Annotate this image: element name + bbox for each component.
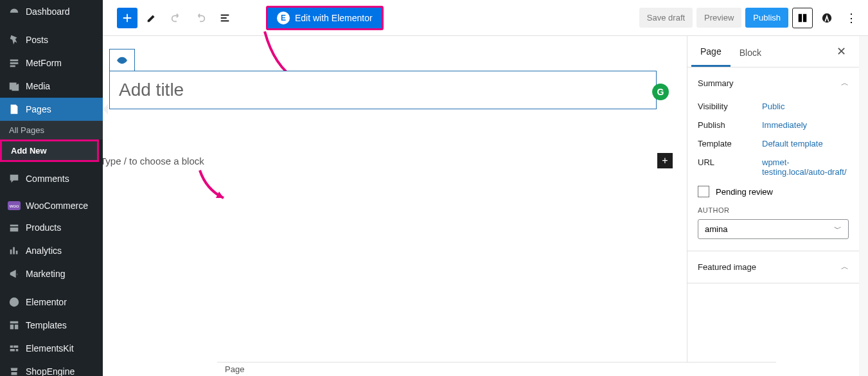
shop-icon [8, 365, 21, 376]
visibility-value[interactable]: Public [762, 102, 849, 111]
preview-button[interactable]: Preview [696, 8, 741, 28]
close-panel-button[interactable]: ✕ [828, 39, 855, 64]
save-draft-button[interactable]: Save draft [639, 8, 693, 28]
sidebar-item-dashboard[interactable]: Dashboard [0, 0, 103, 23]
outline-button[interactable] [215, 8, 235, 28]
publish-label: Publish [698, 120, 762, 130]
settings-tabs: Page Block ✕ [687, 36, 859, 67]
sidebar-item-templates[interactable]: Templates [0, 314, 103, 337]
block-prompt-text: Type / to choose a block [103, 156, 204, 166]
sidebar-item-label: Marketing [26, 269, 65, 279]
author-value: amina [705, 224, 727, 234]
visibility-label: Visibility [698, 102, 762, 111]
gauge-icon [8, 5, 21, 18]
template-value[interactable]: Default template [762, 139, 849, 148]
edit-with-elementor-button[interactable]: E Edit with Elementor [266, 6, 384, 30]
astra-icon[interactable] [817, 8, 837, 28]
settings-panel: Page Block ✕ Summary ︿ VisibilityPublic … [687, 36, 868, 376]
publish-value[interactable]: Immediately [762, 120, 849, 130]
svg-point-2 [121, 59, 123, 62]
breadcrumb-bar: Page [217, 362, 776, 376]
toolbar-right: Save draft Preview Publish ⋮ [639, 8, 862, 28]
sidebar-sub-add-new[interactable]: Add New [0, 139, 99, 162]
settings-toggle-button[interactable] [792, 8, 813, 28]
template-label: Template [698, 139, 762, 148]
sidebar-item-label: Templates [26, 320, 67, 330]
editor-canvas: G Type / to choose a block + [103, 36, 687, 376]
tab-page[interactable]: Page [691, 36, 731, 67]
sidebar-item-label: Dashboard [26, 6, 70, 17]
url-label: URL [698, 157, 762, 167]
sidebar-sub-all-pages[interactable]: All Pages [0, 121, 103, 139]
grammarly-icon[interactable]: G [652, 84, 669, 100]
sidebar-item-label: Media [26, 81, 50, 91]
url-value[interactable]: wpmet-testing.local/auto-draft/ [762, 157, 849, 177]
title-block: G [109, 49, 680, 109]
form-icon [8, 57, 21, 69]
chart-icon [8, 244, 21, 257]
more-options-button[interactable]: ⋮ [841, 8, 862, 28]
sidebar-item-label: Elementor [26, 297, 67, 307]
sidebar-item-products[interactable]: Products [0, 216, 103, 239]
featured-image-section: Featured image ︿ [687, 251, 859, 283]
editor-toolbar: E Edit with Elementor Save draft Preview… [103, 0, 868, 36]
sidebar-item-label: Products [26, 222, 61, 233]
breadcrumb-item[interactable]: Page [225, 364, 244, 374]
sidebar-item-label: MetForm [26, 58, 62, 68]
edit-tool-button[interactable] [141, 8, 162, 28]
kit-icon [8, 342, 21, 355]
redo-button[interactable] [190, 8, 211, 28]
sidebar-item-label: Analytics [26, 246, 62, 256]
tab-block[interactable]: Block [731, 37, 770, 66]
sidebar-item-label: WooCommerce [26, 201, 88, 211]
chevron-down-icon: ﹀ [834, 224, 842, 235]
annotation-arrow-icon [197, 167, 235, 206]
section-title: Featured image [698, 262, 756, 272]
sidebar-item-posts[interactable]: Posts [0, 28, 103, 51]
product-icon [8, 221, 21, 234]
pending-review-checkbox[interactable] [698, 186, 709, 197]
templates-icon [8, 319, 21, 332]
pin-icon [8, 33, 21, 46]
sidebar-item-media[interactable]: Media [0, 75, 103, 98]
media-icon [8, 80, 21, 93]
sidebar-item-elementor[interactable]: Elementor [0, 291, 103, 314]
sidebar-item-analytics[interactable]: Analytics [0, 239, 103, 262]
sidebar-item-shopengine[interactable]: ShopEngine [0, 360, 103, 376]
sidebar-item-label: ShopEngine [26, 366, 75, 376]
summary-toggle[interactable]: Summary ︿ [687, 67, 859, 99]
sidebar-item-label: ElementsKit [26, 343, 74, 354]
comment-icon [8, 172, 21, 185]
megaphone-icon [8, 267, 21, 280]
featured-image-toggle[interactable]: Featured image ︿ [687, 251, 859, 283]
sidebar-item-elementskit[interactable]: ElementsKit [0, 337, 103, 360]
summary-section: Summary ︿ VisibilityPublic PublishImmedi… [687, 67, 859, 251]
visibility-toggle-button[interactable] [109, 49, 135, 71]
page-title-input[interactable] [109, 71, 657, 109]
author-select[interactable]: amina﹀ [698, 219, 849, 239]
chevron-up-icon: ︿ [841, 262, 849, 273]
sidebar-item-pages[interactable]: Pages [0, 98, 103, 121]
sidebar-item-metform[interactable]: MetForm [0, 51, 103, 75]
elementor-logo-icon: E [277, 12, 290, 24]
sidebar-item-label: Pages [26, 104, 51, 114]
sidebar-item-comments[interactable]: Comments [0, 167, 103, 190]
undo-button[interactable] [166, 8, 186, 28]
add-block-button[interactable] [117, 8, 137, 28]
sidebar-item-woocommerce[interactable]: woo WooCommerce [0, 195, 103, 216]
admin-sidebar: Dashboard Posts MetForm Media Pages All … [0, 0, 103, 376]
section-title: Summary [698, 78, 734, 88]
chevron-up-icon: ︿ [841, 78, 849, 89]
main-area: E Edit with Elementor Save draft Preview… [103, 0, 868, 376]
add-block-inline-button[interactable]: + [657, 153, 673, 168]
sidebar-item-marketing[interactable]: Marketing [0, 262, 103, 285]
pending-review-label: Pending review [716, 187, 773, 197]
sidebar-item-label: Comments [26, 174, 69, 184]
block-prompt[interactable]: Type / to choose a block + [109, 153, 680, 168]
svg-point-0 [10, 298, 19, 307]
elementor-icon [8, 296, 21, 309]
publish-button[interactable]: Publish [745, 8, 788, 28]
author-label: AUTHOR [698, 206, 849, 214]
sidebar-item-label: Posts [26, 35, 48, 45]
woo-icon: woo [8, 201, 21, 210]
